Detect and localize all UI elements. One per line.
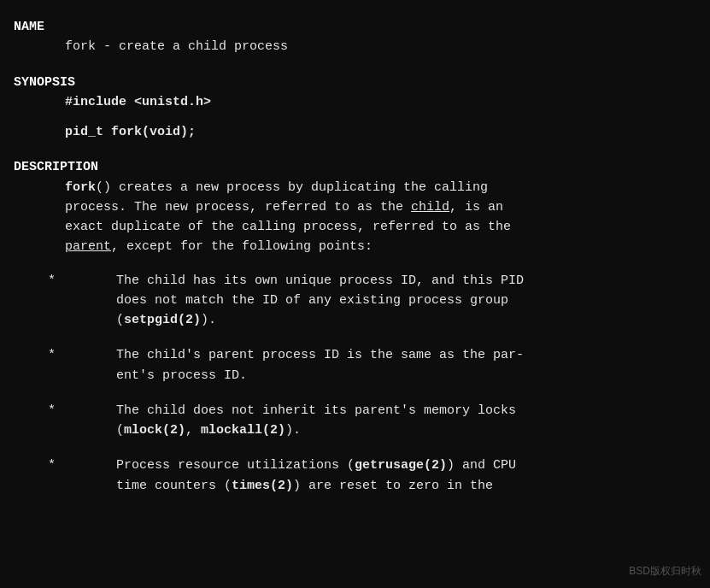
desc-line-3-text: exact duplicate of the calling process, … [65,220,511,234]
child-ref: child [411,200,449,215]
description-section: DESCRIPTION fork() creates a new process… [14,157,696,496]
name-section: NAME fork - create a child process [14,17,696,57]
bullet-3-row: * The child does not inherit its parent'… [48,401,696,441]
bullet-2-star: * [48,345,65,385]
desc-line-2: process. The new process, referred to as… [65,197,696,217]
desc-line-3: exact duplicate of the calling process, … [65,217,696,237]
bullet-2-line-1: The child's parent process ID is the sam… [116,345,524,365]
getrusage-ref: getrusage(2) [355,458,447,473]
name-title: NAME [14,17,696,37]
bullet-4-row: * Process resource utilizations (getrusa… [48,456,696,496]
setpgid-ref: setpgid(2) [124,313,201,327]
bullet-2-content: The child's parent process ID is the sam… [65,345,524,385]
name-content: fork - create a child process [14,37,696,56]
synopsis-include: #include <unistd.h> [14,92,696,112]
bullet-3-line-1: The child does not inherit its parent's … [116,401,516,420]
bullet-1-line-2: does not match the ID of any existing pr… [116,291,524,310]
mlock-ref: mlock(2) [124,423,185,438]
bullet-4-star: * [48,456,65,496]
desc-line-1: fork() creates a new process by duplicat… [65,178,696,197]
watermark-text: BSD版权归时秋 [629,565,701,577]
bullet-3-content: The child does not inherit its parent's … [65,401,516,441]
bullet-1-content: The child has its own unique process ID,… [65,271,524,331]
times-ref: times(2) [232,479,293,493]
description-title: DESCRIPTION [14,157,696,177]
bullet-2-line-2: ent's process ID. [116,366,524,385]
desc-line-2-end: , is an [449,200,503,215]
bullet-4: * Process resource utilizations (getrusa… [14,456,696,496]
mlockall-ref: mlockall(2) [201,423,285,438]
desc-line-2-text: process. The new process, referred to as… [65,200,411,215]
bullet-2-row: * The child's parent process ID is the s… [48,345,696,385]
watermark: BSD版权归时秋 [629,563,701,579]
parent-ref: parent [65,239,111,254]
synopsis-title: SYNOPSIS [14,73,696,92]
bullet-1-star: * [48,271,65,331]
bullet-3-line-2: (mlock(2), mlockall(2)). [116,420,516,440]
bullet-1-row: * The child has its own unique process I… [48,271,696,331]
bullet-1-line-3: (setpgid(2)). [116,310,524,330]
fork-keyword: fork [65,180,96,195]
synopsis-sig-text: pid_t fork(void); [65,125,196,139]
bullet-3: * The child does not inherit its parent'… [14,401,696,441]
bullet-4-line-2: time counters (times(2)) are reset to ze… [116,476,516,496]
desc-line-1-text: () creates a new process by duplicating … [96,180,488,195]
description-intro: fork() creates a new process by duplicat… [14,178,696,257]
desc-line-4: parent, except for the following points: [65,237,696,256]
synopsis-section: SYNOPSIS #include <unistd.h> pid_t fork(… [14,73,696,143]
bullet-2: * The child's parent process ID is the s… [14,345,696,385]
bullet-4-line-1: Process resource utilizations (getrusage… [116,456,516,475]
bullet-1-line-1: The child has its own unique process ID,… [116,271,524,291]
bullet-3-star: * [48,401,65,441]
bullet-1: * The child has its own unique process I… [14,271,696,331]
bullet-4-content: Process resource utilizations (getrusage… [65,456,516,496]
synopsis-signature: pid_t fork(void); [14,122,696,142]
desc-line-4-text: , except for the following points: [111,239,373,254]
